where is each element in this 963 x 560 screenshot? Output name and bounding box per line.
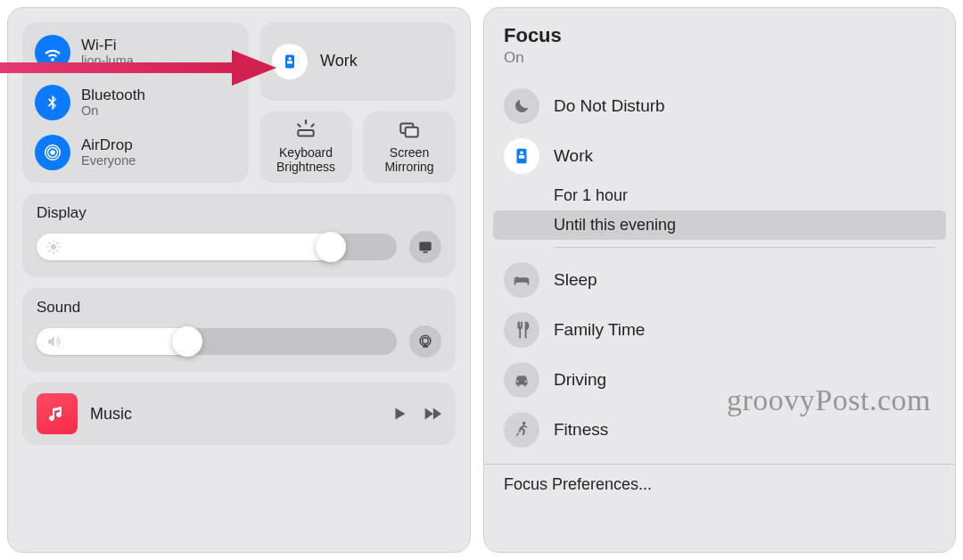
svg-line-7: [298, 124, 300, 126]
svg-line-20: [49, 251, 51, 252]
svg-line-8: [312, 124, 314, 126]
svg-line-17: [49, 243, 51, 244]
focus-column: Work Keyboard Brightness Screen Mirrorin…: [259, 22, 456, 183]
forward-icon[interactable]: [422, 404, 441, 424]
svg-point-26: [520, 152, 523, 155]
focus-preferences-link[interactable]: Focus Preferences...: [484, 465, 955, 498]
focus-mode-family[interactable]: Family Time: [493, 305, 946, 355]
focus-modes-list: Do Not Disturb Work For 1 hour Until thi…: [484, 76, 955, 455]
svg-rect-21: [419, 242, 431, 251]
svg-line-18: [57, 251, 59, 252]
wifi-toggle[interactable]: Wi-Fi lion-luma: [31, 29, 240, 76]
connectivity-card: Wi-Fi lion-luma Bluetooth On AirDrop: [22, 22, 249, 183]
airplay-audio-button[interactable]: [409, 325, 441, 358]
display-slider[interactable]: [37, 234, 397, 260]
screen-mirroring-label: Screen Mirroring: [384, 145, 433, 174]
now-playing-card[interactable]: Music: [22, 383, 456, 445]
display-icon: [416, 238, 434, 256]
svg-point-28: [523, 422, 526, 425]
running-icon: [504, 412, 539, 448]
sound-card: Sound: [22, 288, 456, 372]
airdrop-status: Everyone: [81, 153, 136, 169]
focus-panel-status: On: [504, 49, 935, 67]
volume-icon: [45, 334, 62, 350]
airdrop-title: AirDrop: [81, 136, 136, 154]
focus-mode-driving[interactable]: Driving: [493, 355, 946, 405]
bluetooth-status: On: [81, 103, 145, 119]
svg-point-12: [51, 244, 56, 250]
svg-rect-27: [519, 155, 524, 159]
screen-mirroring-button[interactable]: Screen Mirroring: [363, 111, 456, 183]
svg-point-0: [50, 150, 55, 155]
play-icon[interactable]: [390, 404, 409, 424]
mini-controls-row: Keyboard Brightness Screen Mirroring: [259, 111, 456, 183]
music-app-icon: [37, 393, 78, 434]
display-card: Display: [22, 194, 456, 277]
focus-work-icon: [272, 44, 308, 79]
fork-knife-icon: [504, 312, 539, 348]
sun-icon: [45, 239, 62, 255]
focus-mode-fitness[interactable]: Fitness: [493, 405, 946, 455]
display-title: Display: [37, 204, 441, 222]
screen-mirroring-icon: [398, 119, 421, 142]
svg-rect-11: [406, 128, 418, 137]
focus-mode-sleep[interactable]: Sleep: [493, 255, 946, 305]
top-row: Wi-Fi lion-luma Bluetooth On AirDrop: [22, 22, 456, 183]
bluetooth-title: Bluetooth: [81, 86, 145, 104]
car-icon: [504, 362, 539, 398]
focus-duration-evening[interactable]: Until this evening: [493, 210, 946, 240]
airdrop-toggle[interactable]: AirDrop Everyone: [31, 129, 240, 176]
separator: [554, 247, 935, 248]
focus-tile[interactable]: Work: [259, 22, 456, 101]
control-center-panel: Wi-Fi lion-luma Bluetooth On AirDrop: [7, 7, 471, 553]
focus-tile-label: Work: [320, 52, 358, 70]
wifi-icon: [35, 35, 70, 70]
bluetooth-icon: [35, 85, 70, 120]
wifi-title: Wi-Fi: [81, 37, 134, 54]
badge-icon: [504, 138, 539, 174]
keyboard-brightness-label: Keyboard Brightness: [276, 145, 335, 174]
focus-mode-work[interactable]: Work: [493, 131, 946, 181]
svg-line-19: [57, 243, 59, 244]
svg-rect-22: [424, 251, 428, 253]
focus-duration-1hour[interactable]: For 1 hour: [493, 181, 946, 210]
moon-icon: [504, 88, 539, 124]
svg-point-24: [423, 338, 429, 344]
keyboard-brightness-button[interactable]: Keyboard Brightness: [259, 111, 352, 183]
music-title: Music: [90, 405, 377, 424]
svg-point-4: [288, 57, 291, 60]
svg-rect-5: [287, 61, 292, 63]
bluetooth-toggle[interactable]: Bluetooth On: [31, 79, 240, 126]
bed-icon: [504, 262, 539, 298]
focus-mode-dnd[interactable]: Do Not Disturb: [493, 81, 946, 131]
focus-panel: Focus On Do Not Disturb Work For 1 hour …: [483, 7, 956, 553]
focus-panel-title: Focus: [504, 24, 935, 47]
display-settings-button[interactable]: [409, 231, 441, 263]
keyboard-brightness-icon: [294, 119, 317, 142]
airdrop-icon: [35, 135, 70, 170]
sound-title: Sound: [37, 299, 441, 317]
airplay-icon: [416, 333, 434, 350]
sound-slider[interactable]: [37, 328, 397, 355]
svg-rect-9: [298, 130, 313, 136]
wifi-network-name: lion-luma: [81, 54, 134, 69]
